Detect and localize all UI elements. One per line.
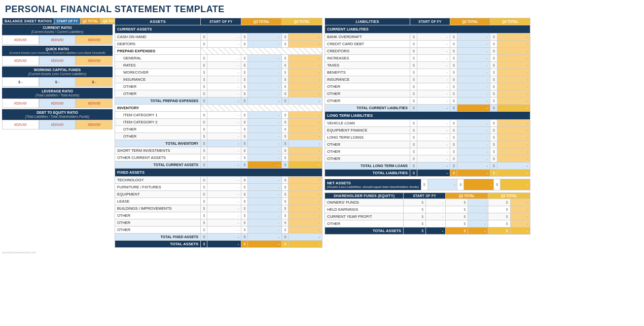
quick-ratio-q4: #DIV/0! bbox=[76, 56, 113, 66]
list-item: OTHER $ - $ - $ - bbox=[325, 148, 530, 155]
list-item: BUILDINGS / IMPROVEMENTS $ - $ - $ - bbox=[115, 205, 323, 212]
debt-equity-q4: #DIV/0! bbox=[76, 120, 113, 129]
list-item: OTHER $ - $ - $ - bbox=[115, 83, 323, 90]
list-item: TAXES $ - $ - $ - bbox=[325, 62, 530, 69]
current-liab-header: CURRENT LIABILITIES bbox=[325, 25, 530, 34]
list-item: VEHICLE LOAN $ - $ - $ - bbox=[325, 120, 530, 127]
quick-ratio-q2: #DIV/0! bbox=[39, 56, 76, 66]
list-item: RATES $ - $ - $ - bbox=[115, 62, 323, 69]
list-item: OTHER CURRENT ASSETS $ - $ - $ - bbox=[115, 154, 323, 161]
list-item: OWNERS' FUNDS $ - $ - $ - bbox=[325, 199, 530, 206]
list-item: OTHER $ - $ - $ - bbox=[115, 133, 323, 140]
list-item: TOTAL FIXED ASSETS $ - $ - $ - bbox=[115, 234, 323, 241]
list-item: LONG TERM LOANS $ - $ - $ - bbox=[325, 134, 530, 141]
list-item: PREPAID EXPENSES bbox=[115, 48, 323, 55]
assets-q4-header: Q4 TOTAL bbox=[282, 18, 323, 25]
list-item: OTHER $ - $ - $ - bbox=[115, 212, 323, 219]
liab-q2-header: Q2 TOTAL bbox=[450, 18, 490, 25]
list-item: CURRENT YEAR PROFIT $ - $ - $ - bbox=[325, 213, 530, 220]
list-item: CREDIT CARD DEBT $ - $ - $ - bbox=[325, 41, 530, 48]
list-item: CREDITORS $ - $ - $ - bbox=[325, 48, 530, 55]
page-title: PERSONAL FINANCIAL STATEMENT TEMPLATE bbox=[0, 0, 644, 17]
list-item: INSURANCE $ - $ - $ - bbox=[115, 76, 323, 83]
fixed-assets-header: FIXED ASSETS bbox=[115, 169, 323, 177]
list-item: SHORT TERM INVESTMENTS $ - $ - $ - bbox=[115, 147, 323, 154]
equity-start-col: START OF FY bbox=[404, 193, 446, 199]
net-assets-row: NET ASSETS (Assets Less Liabilities; sho… bbox=[325, 179, 530, 190]
longterm-liab-header: LONG TERM LIABILITIES bbox=[325, 112, 530, 120]
list-item: BENEFITS $ - $ - $ - bbox=[325, 69, 530, 76]
current-ratio-subtitle: (Current Assets / Current Liabilities) bbox=[2, 30, 113, 35]
working-capital-q2: $ - bbox=[39, 77, 76, 87]
leverage-ratio-block: LEVERAGE RATIO (Total Liabilities / Tota… bbox=[2, 88, 113, 108]
total-label: TOTAL FIXED ASSETS bbox=[115, 234, 201, 241]
list-item: EQUIPMENT $ - $ - $ - bbox=[115, 191, 323, 198]
leverage-ratio-q4: #DIV/0! bbox=[76, 99, 113, 108]
watermark: spreadsheettemplate.info bbox=[0, 250, 644, 254]
quick-ratio-title: QUICK RATIO bbox=[2, 46, 113, 51]
list-item: OTHER $ - $ - $ - bbox=[325, 141, 530, 148]
assets-start-header: START OF FY bbox=[201, 18, 241, 25]
list-item: OTHER $ - $ - $ - bbox=[325, 90, 530, 97]
ratios-section: BALANCE SHEET RATIOS START OF FY Q2 TOTA… bbox=[2, 18, 113, 248]
list-item: TOTAL PREPAID EXPENSES $ - $ - $ - bbox=[115, 97, 323, 105]
current-ratio-block: CURRENT RATIO (Current Assets / Current … bbox=[2, 24, 113, 45]
list-item: INVENTORY bbox=[115, 105, 323, 112]
list-item: OTHER $ - $ - $ - bbox=[325, 97, 530, 105]
working-capital-q4: $ - bbox=[76, 77, 113, 87]
list-item: OTHER $ - $ - $ - bbox=[115, 90, 323, 97]
list-item: LEASE $ - $ - $ - bbox=[115, 198, 323, 205]
ratios-q2-header: Q2 TOTAL bbox=[80, 18, 101, 24]
equity-q2-col: Q2 TOTAL bbox=[446, 193, 488, 199]
current-ratio-title: CURRENT RATIO bbox=[2, 24, 113, 30]
debt-equity-subtitle: (Total Liabilities / Total Shareholders … bbox=[2, 115, 113, 120]
liab-q4-header: Q4 TOTAL bbox=[490, 18, 530, 25]
equity-q4-col: Q4 TOTAL bbox=[488, 193, 530, 199]
assets-section: ASSETS START OF FY Q2 TOTAL Q4 TOTAL CUR… bbox=[115, 18, 323, 248]
leverage-ratio-start: #DIV/0! bbox=[2, 99, 39, 108]
list-item: INCREASES $ - $ - $ - bbox=[325, 55, 530, 62]
list-item: OTHER $ - $ - $ - bbox=[115, 226, 323, 234]
current-ratio-start: #DIV/0! bbox=[2, 35, 39, 45]
current-assets-label: CURRENT ASSETS bbox=[115, 25, 323, 34]
equity-table: SHAREHOLDER FUNDS (EQUITY) START OF FY Q… bbox=[325, 192, 530, 235]
quick-ratio-block: QUICK RATIO (Current Assets Less Invento… bbox=[2, 46, 113, 66]
list-item: HELD EARNINGS $ - $ - $ - bbox=[325, 206, 530, 213]
list-item: GENERAL $ - $ - $ - bbox=[115, 55, 323, 62]
liab-start-header: START OF FY bbox=[410, 18, 450, 25]
working-capital-block: WORKING CAPITAL FUNDS (Current Assets Le… bbox=[2, 67, 113, 87]
total-label: TOTAL PREPAID EXPENSES bbox=[115, 97, 201, 105]
ratios-header: BALANCE SHEET RATIOS bbox=[3, 18, 54, 24]
list-item: DEBTORS $ - $ - $ - bbox=[115, 41, 323, 48]
list-item: OTHER $ - $ - $ - bbox=[115, 219, 323, 226]
list-item: CASH ON HAND $ - $ - $ - bbox=[115, 34, 323, 41]
liabilities-section: LIABILITIES START OF FY Q2 TOTAL Q4 TOTA… bbox=[325, 18, 530, 248]
list-item: TOTAL LIABILITIES $ - $ - $ - bbox=[325, 170, 530, 177]
list-item: WORKCOVER $ - $ - $ - bbox=[115, 69, 323, 76]
ratios-start-header: START OF FY bbox=[54, 18, 80, 24]
working-capital-title: WORKING CAPITAL FUNDS bbox=[2, 67, 113, 72]
list-item: BANK OVERDRAFT $ - $ - $ - bbox=[325, 34, 530, 41]
current-ratio-q4: #DIV/0! bbox=[76, 35, 113, 45]
list-item: TOTAL INVENTORY $ - $ - $ - bbox=[115, 140, 323, 147]
liab-header: LIABILITIES bbox=[325, 18, 410, 25]
list-item: EQUIPMENT FINANCE $ - $ - $ - bbox=[325, 127, 530, 134]
list-item: ITEM CATEGORY 2 $ - $ - $ - bbox=[115, 119, 323, 126]
list-item: FURNITURE / FIXTURES $ - $ - $ - bbox=[115, 184, 323, 191]
list-item: TOTAL LONG TERM LOANS $ - $ - $ - bbox=[325, 162, 530, 170]
debt-equity-start: #DIV/0! bbox=[2, 120, 39, 129]
quick-ratio-start: #DIV/0! bbox=[2, 56, 39, 66]
debt-equity-q2: #DIV/0! bbox=[39, 120, 76, 129]
total-label: TOTAL INVENTORY bbox=[115, 140, 201, 147]
debt-equity-title: DEBT TO EQUITY RATIO bbox=[2, 109, 113, 115]
list-item: TOTAL CURRENT ASSETS $ - $ - $ - bbox=[115, 161, 323, 169]
net-assets-block: NET ASSETS (Assets Less Liabilities; sho… bbox=[325, 179, 530, 190]
list-item: OTHER $ - $ - $ - bbox=[325, 220, 530, 227]
list-item: ITEM CATEGORY 1 $ - $ - $ - bbox=[115, 112, 323, 119]
working-capital-start: $ - bbox=[2, 77, 39, 87]
list-item: TECHNOLOGY $ - $ - $ - bbox=[115, 177, 323, 184]
assets-q2-header: Q2 TOTAL bbox=[241, 18, 282, 25]
debt-equity-block: DEBT TO EQUITY RATIO (Total Liabilities … bbox=[2, 109, 113, 129]
total-label: TOTAL CURRENT ASSETS bbox=[115, 161, 201, 169]
list-item: TOTAL ASSETS $ - $ - $ - bbox=[115, 241, 323, 248]
